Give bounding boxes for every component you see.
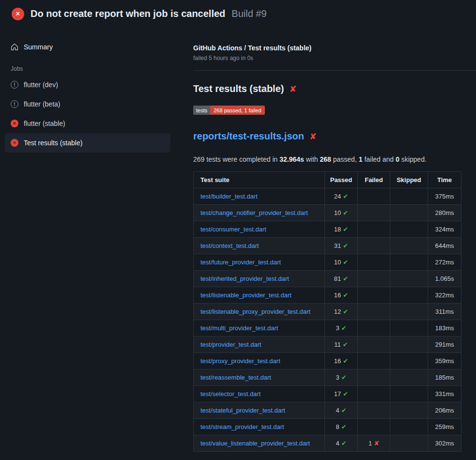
passed-count: 31 [334, 242, 341, 249]
suite-link[interactable]: test/multi_provider_test.dart [200, 324, 278, 332]
time-cell: 375ms [428, 188, 461, 205]
skipped-cell [390, 435, 428, 452]
passed-count: 8 [336, 423, 339, 430]
suite-link[interactable]: test/inherited_provider_test.dart [200, 275, 289, 282]
sidebar-item-flutter-stable[interactable]: ✕ flutter (stable) [5, 114, 170, 133]
suite-link[interactable]: test/proxy_provider_test.dart [200, 357, 280, 365]
time-cell: 280ms [428, 205, 461, 221]
failed-cell [358, 402, 390, 419]
skipped-cell [390, 221, 428, 238]
suite-link[interactable]: test/listenable_provider_test.dart [200, 291, 292, 299]
badge-label: tests [193, 106, 210, 115]
skipped-cell [390, 271, 428, 287]
passed-count: 11 [334, 341, 341, 348]
suite-link[interactable]: test/value_listenable_provider_test.dart [200, 440, 310, 447]
passed-count: 3 [336, 374, 339, 381]
skipped-cell [390, 386, 428, 402]
job-label: flutter (beta) [24, 100, 60, 108]
table-row: test/consumer_test.dart 18✔ 324ms [194, 221, 461, 238]
failed-cell [358, 254, 390, 271]
table-row: test/proxy_provider_test.dart 16✔ 359ms [194, 353, 461, 369]
time-cell: 183ms [428, 320, 461, 337]
suite-link[interactable]: test/stateful_provider_test.dart [200, 407, 285, 414]
suite-link[interactable]: test/selector_test.dart [200, 390, 261, 398]
report-link[interactable]: reports/test-results.json [193, 131, 304, 142]
job-label: flutter (stable) [24, 120, 65, 127]
passed-cell: 10✔ [325, 205, 358, 221]
time-cell: 311ms [428, 304, 461, 320]
passed-cell: 81✔ [325, 271, 358, 287]
check-icon: ✔ [343, 390, 348, 398]
passed-cell: 24✔ [325, 188, 358, 205]
skipped-cell [390, 205, 428, 221]
suite-link[interactable]: test/reassemble_test.dart [200, 374, 271, 381]
jobs-sidebar: Summary Jobs ! flutter (dev) ! flutter (… [0, 28, 175, 153]
check-icon: ✔ [341, 374, 347, 381]
suite-link[interactable]: test/provider_test.dart [200, 341, 261, 348]
cancelled-icon: ! [11, 100, 18, 108]
check-icon: ✔ [343, 259, 348, 266]
skipped-cell [390, 337, 428, 353]
passed-count: 4 [336, 440, 339, 447]
sidebar-item-flutter-dev[interactable]: ! flutter (dev) [5, 75, 170, 94]
failed-cell [358, 386, 390, 402]
table-row: test/value_listenable_provider_test.dart… [194, 435, 461, 452]
summary-text: 269 tests were completed in [193, 155, 279, 163]
suite-link[interactable]: test/listenable_proxy_provider_test.dart [200, 308, 310, 315]
passed-cell: 16✔ [325, 287, 358, 304]
summary-text: failed and [363, 155, 396, 163]
x-icon: ✘ [374, 440, 379, 447]
suite-link[interactable]: test/builder_test.dart [200, 193, 258, 200]
check-icon: ✔ [343, 275, 348, 282]
failed-cell [358, 369, 390, 386]
summary-text: with [304, 155, 320, 163]
cancelled-icon: ! [11, 81, 18, 89]
suite-link[interactable]: test/stream_provider_test.dart [200, 423, 284, 430]
divider [193, 70, 476, 71]
skipped-cell [390, 402, 428, 419]
passed-cell: 31✔ [325, 238, 358, 254]
failed-cell [358, 337, 390, 353]
table-row: test/listenable_proxy_provider_test.dart… [194, 304, 461, 320]
x-mark-icon: ✘ [309, 132, 317, 141]
col-header-passed: Passed [325, 172, 358, 188]
col-header-test-suite: Test suite [194, 172, 325, 188]
time-cell: 185ms [428, 369, 461, 386]
table-row: test/future_provider_test.dart 10✔ 272ms [194, 254, 461, 271]
sidebar-item-flutter-beta[interactable]: ! flutter (beta) [5, 94, 170, 114]
suite-link[interactable]: test/change_notifier_provider_test.dart [200, 209, 308, 216]
summary-duration: 32.964s [279, 155, 304, 163]
failed-cell [358, 287, 390, 304]
time-cell: 206ms [428, 402, 461, 419]
check-icon: ✔ [341, 324, 347, 332]
job-label: flutter (dev) [24, 81, 58, 89]
table-row: test/change_notifier_provider_test.dart … [194, 205, 461, 221]
failed-cell [358, 271, 390, 287]
suite-link[interactable]: test/future_provider_test.dart [200, 259, 281, 266]
time-cell: 1.065s [428, 271, 461, 287]
passed-cell: 4✔ [325, 402, 358, 419]
suite-link[interactable]: test/consumer_test.dart [200, 226, 266, 233]
time-cell: 259ms [428, 419, 461, 435]
suite-link[interactable]: test/context_test.dart [200, 242, 259, 249]
summary-text: passed, [331, 155, 359, 163]
skipped-cell [390, 254, 428, 271]
sidebar-item-test-results-stable[interactable]: ✕ Test results (stable) [5, 133, 170, 153]
passed-cell: 4✔ [325, 435, 358, 452]
check-icon: ✔ [343, 242, 348, 249]
passed-cell: 8✔ [325, 419, 358, 435]
passed-count: 16 [334, 291, 341, 299]
passed-count: 18 [334, 226, 341, 233]
table-row: test/listenable_provider_test.dart 16✔ 3… [194, 287, 461, 304]
sidebar-item-summary[interactable]: Summary [5, 40, 170, 54]
skipped-cell [390, 304, 428, 320]
sidebar-summary-label: Summary [24, 43, 53, 51]
failed-icon: ✕ [11, 120, 18, 127]
run-header: ✕ Do not create report when job is cance… [0, 0, 476, 28]
passed-cell: 18✔ [325, 221, 358, 238]
check-icon: ✔ [341, 440, 347, 447]
home-icon [11, 43, 18, 51]
summary-passed: 268 [320, 155, 331, 163]
jobs-heading: Jobs [11, 65, 170, 72]
skipped-cell [390, 353, 428, 369]
